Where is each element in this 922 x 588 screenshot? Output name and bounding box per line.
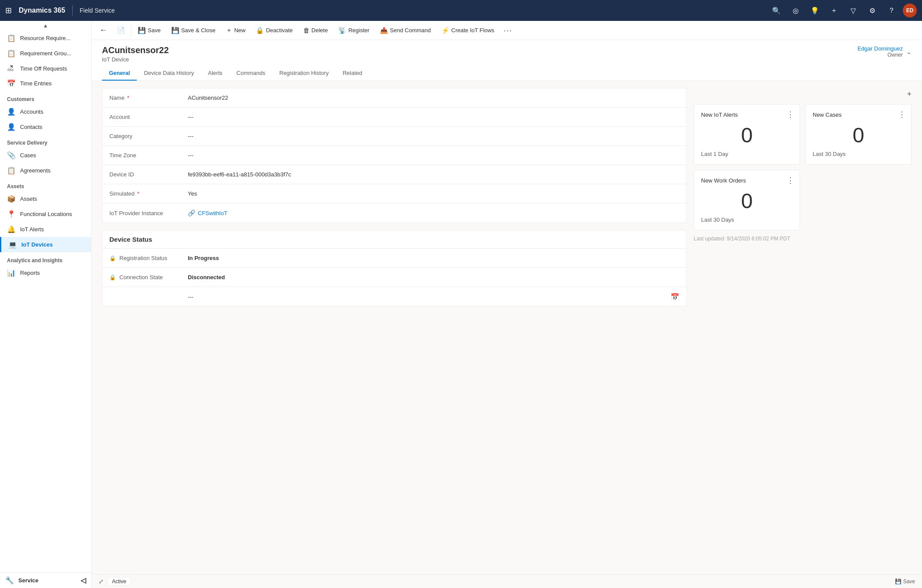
search-icon[interactable]: 🔍 — [769, 3, 784, 18]
value-name[interactable]: ACunitsensor22 — [188, 95, 679, 101]
form-row-name: Name * ACunitsensor22 — [102, 88, 686, 108]
work-orders-card: ⋮ New Work Orders 0 Last 30 Days — [694, 170, 800, 230]
value-iot-provider[interactable]: 🔗 CFSwithIoT — [188, 210, 679, 216]
new-cases-card-title: New Cases — [813, 112, 904, 118]
work-orders-card-menu[interactable]: ⋮ — [786, 176, 794, 185]
save-close-button[interactable]: 💾 Save & Close — [166, 21, 221, 40]
sidebar-item-time-entries[interactable]: 📅 Time Entries — [0, 76, 91, 91]
main-form: Name * ACunitsensor22 Account --- Catego… — [102, 88, 687, 223]
status-save-button[interactable]: 💾 Save — [895, 578, 915, 585]
sidebar-item-assets[interactable]: 📦 Assets — [0, 191, 91, 206]
help-circle-icon[interactable]: ◎ — [788, 3, 803, 18]
sidebar-item-service[interactable]: 🔧 Service ◁ — [0, 572, 91, 588]
sidebar-item-reports[interactable]: 📊 Reports — [0, 265, 91, 280]
settings-icon[interactable]: ⚙ — [864, 3, 880, 18]
module-title: Field Service — [80, 7, 115, 14]
delete-button[interactable]: 🗑 Delete — [298, 21, 333, 40]
lock-icon-conn: 🔒 — [109, 274, 116, 280]
tab-related[interactable]: Related — [336, 66, 369, 81]
cards-header: + — [694, 88, 912, 101]
new-icon: ＋ — [226, 26, 232, 34]
form-row-account: Account --- — [102, 108, 686, 127]
status-bar: ⤢ Active 💾 Save — [92, 574, 922, 588]
iot-alerts-card-menu[interactable]: ⋮ — [786, 110, 794, 119]
owner-label: Owner — [858, 52, 903, 58]
filter-icon[interactable]: ▽ — [845, 3, 861, 18]
sidebar-item-contacts[interactable]: 👤 Contacts — [0, 119, 91, 135]
status-save-icon: 💾 — [895, 578, 902, 585]
value-simulated[interactable]: Yes — [188, 190, 679, 197]
register-button[interactable]: 📡 Register — [333, 21, 374, 40]
iot-flows-icon: ⚡ — [441, 27, 450, 34]
sidebar: ▲ 📋 Resource Require... 📋 Requirement Gr… — [0, 21, 92, 588]
apps-grid-icon[interactable]: ⊞ — [5, 6, 12, 15]
tab-device-data[interactable]: Device Data History — [137, 66, 201, 81]
iot-provider-link[interactable]: CFSwithIoT — [198, 210, 227, 216]
value-device-id[interactable]: fe9393bb-eef6-ea11-a815-000d3a3b3f7c — [188, 171, 679, 178]
sidebar-item-requirement-groups[interactable]: 📋 Requirement Grou... — [0, 46, 91, 61]
sidebar-item-accounts[interactable]: 👤 Accounts — [0, 104, 91, 119]
sidebar-item-functional-locations[interactable]: 📍 Functional Locations — [0, 206, 91, 222]
work-orders-card-value: 0 — [701, 189, 793, 213]
agreements-icon: 📋 — [7, 166, 16, 175]
add-card-button[interactable]: + — [907, 90, 912, 99]
tab-general[interactable]: General — [102, 66, 137, 81]
sidebar-item-agreements[interactable]: 📋 Agreements — [0, 163, 91, 178]
save-icon: 💾 — [138, 27, 146, 34]
sidebar-item-resource-requirements[interactable]: 📋 Resource Require... — [0, 30, 91, 46]
record-title: ACunitsensor22 — [102, 45, 169, 55]
sidebar-item-cases[interactable]: 📎 Cases — [0, 148, 91, 163]
form-row-simulated: Simulated * Yes — [102, 184, 686, 203]
command-bar: ← 📄 💾 Save 💾 Save & Close ＋ New 🔒 Deacti… — [92, 21, 922, 40]
service-delivery-section-title: Service Delivery — [0, 135, 91, 148]
value-extra: --- 📅 — [188, 293, 679, 301]
calendar-icon[interactable]: 📅 — [671, 293, 679, 301]
tab-alerts[interactable]: Alerts — [201, 66, 229, 81]
new-cases-card-menu[interactable]: ⋮ — [898, 110, 906, 119]
sidebar-item-time-off[interactable]: 🏖 Time Off Requests — [0, 61, 91, 76]
sidebar-scroll-up[interactable]: ▲ — [0, 21, 91, 30]
lightbulb-icon[interactable]: 💡 — [807, 3, 823, 18]
register-icon: 📡 — [338, 27, 346, 34]
create-iot-flows-button[interactable]: ⚡ Create IoT Flows — [436, 21, 500, 40]
new-button[interactable]: ＋ New — [220, 21, 251, 40]
tab-registration[interactable]: Registration History — [272, 66, 336, 81]
cmd-divider-1 — [131, 25, 132, 36]
new-label: New — [234, 27, 245, 34]
work-orders-card-title: New Work Orders — [701, 177, 793, 184]
expand-icon[interactable]: ⤢ — [98, 578, 104, 585]
sidebar-item-iot-alerts[interactable]: 🔔 IoT Alerts — [0, 222, 91, 237]
page-icon-button[interactable]: 📄 — [112, 21, 130, 40]
form-row-extra: --- 📅 — [102, 287, 686, 306]
left-panel: Name * ACunitsensor22 Account --- Catego… — [102, 88, 687, 567]
label-device-id: Device ID — [109, 171, 188, 178]
value-reg-status: In Progress — [188, 255, 679, 261]
save-button[interactable]: 💾 Save — [132, 21, 166, 40]
back-button[interactable]: ← — [95, 21, 112, 40]
user-avatar[interactable]: ED — [903, 3, 917, 17]
last-updated: Last updated: 9/14/2020 6:05:02 PM PDT — [694, 236, 912, 242]
deactivate-icon: 🔒 — [256, 27, 264, 34]
value-timezone[interactable]: --- — [188, 152, 679, 159]
status-badge[interactable]: Active — [107, 577, 131, 586]
owner-name[interactable]: Edgar Dominguez — [858, 45, 903, 52]
iot-alerts-card-period: Last 1 Day — [701, 151, 793, 157]
form-row-device-id: Device ID fe9393bb-eef6-ea11-a815-000d3a… — [102, 165, 686, 184]
required-indicator-2: * — [137, 190, 139, 197]
more-commands-button[interactable]: ⋯ — [500, 25, 515, 36]
value-category[interactable]: --- — [188, 133, 679, 139]
sidebar-item-iot-devices[interactable]: 💻 IoT Devices — [0, 237, 91, 252]
page-header: ACunitsensor22 IoT Device Edgar Domingue… — [92, 40, 922, 81]
reports-icon: 📊 — [7, 269, 16, 277]
right-panel: + ⋮ New IoT Alerts 0 Last 1 Day ⋮ New Ca… — [694, 88, 912, 567]
label-account: Account — [109, 114, 188, 120]
deactivate-button[interactable]: 🔒 Deactivate — [251, 21, 298, 40]
owner-chevron-icon[interactable]: ⌄ — [906, 48, 912, 55]
tab-commands[interactable]: Commands — [230, 66, 272, 81]
add-icon[interactable]: ＋ — [826, 3, 842, 18]
question-icon[interactable]: ？ — [884, 3, 899, 18]
send-command-button[interactable]: 📤 Send Command — [375, 21, 436, 40]
value-account[interactable]: --- — [188, 114, 679, 120]
save-close-label: Save & Close — [181, 27, 216, 34]
top-nav: ⊞ Dynamics 365 Field Service 🔍 ◎ 💡 ＋ ▽ ⚙… — [0, 0, 922, 21]
